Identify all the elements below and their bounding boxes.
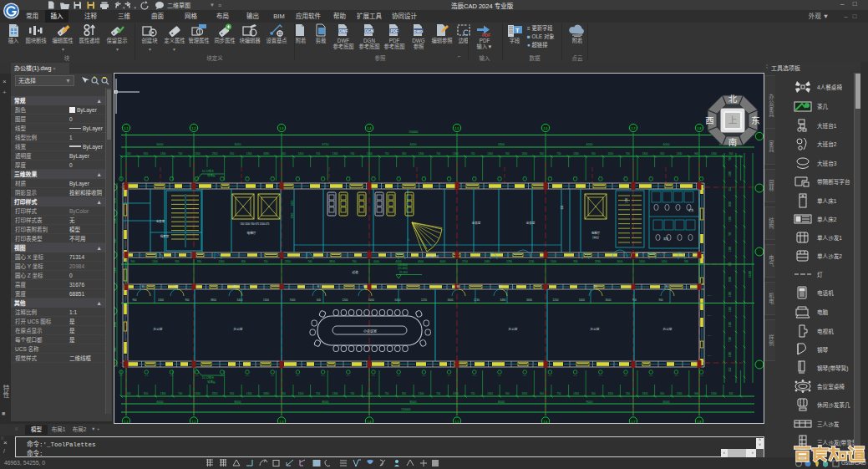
svg-text:C-1: C-1: [708, 334, 712, 337]
svg-text:C-1: C-1: [195, 375, 200, 377]
svg-text:8000: 8000: [410, 400, 417, 404]
svg-text:350: 350: [230, 152, 234, 155]
svg-text:700: 700: [178, 392, 182, 395]
svg-text:750: 750: [470, 152, 475, 155]
svg-text:北: 北: [728, 94, 738, 104]
svg-text:1200: 1200: [343, 298, 348, 302]
svg-text:55000: 55000: [409, 130, 419, 134]
svg-text:16300: 16300: [749, 270, 752, 278]
svg-text:4000: 4000: [373, 260, 379, 263]
svg-text:C-1: C-1: [498, 176, 502, 178]
svg-text:办公室: 办公室: [591, 327, 600, 331]
svg-text:1-2: 1-2: [192, 421, 196, 424]
svg-text:1300: 1300: [728, 351, 732, 357]
svg-text:8000: 8000: [235, 400, 241, 404]
svg-text:900: 900: [130, 260, 135, 263]
svg-text:6000: 6000: [157, 400, 164, 404]
svg-text:700: 700: [591, 392, 596, 395]
svg-text:750: 750: [384, 392, 388, 395]
svg-text:350: 350: [540, 392, 544, 395]
svg-text:C-1: C-1: [574, 375, 578, 377]
svg-text:1300: 1300: [728, 171, 732, 176]
svg-text:▼: ▼: [210, 3, 215, 8]
svg-text:C-1: C-1: [700, 375, 704, 377]
svg-text:M-1: M-1: [363, 285, 368, 288]
svg-text:1300: 1300: [332, 152, 338, 155]
svg-text:1300: 1300: [263, 298, 269, 302]
svg-text:1300: 1300: [677, 152, 683, 155]
svg-text:3800: 3800: [211, 298, 216, 302]
svg-text:700: 700: [436, 392, 440, 395]
svg-text:C-1: C-1: [347, 375, 351, 377]
svg-text:1-2: 1-2: [192, 127, 196, 130]
svg-text:700: 700: [178, 152, 182, 155]
svg-text:900: 900: [694, 152, 698, 155]
svg-text:C-1: C-1: [523, 176, 527, 178]
svg-text:办公室: 办公室: [509, 327, 518, 331]
svg-text:上: 上: [407, 237, 410, 242]
svg-text:C-1: C-1: [271, 176, 275, 178]
svg-text:1300: 1300: [332, 392, 338, 395]
svg-text:4000: 4000: [410, 143, 417, 146]
svg-text:C-1: C-1: [422, 375, 426, 377]
svg-text:850: 850: [241, 260, 246, 263]
svg-text:100: 100: [126, 392, 130, 395]
svg-text:300: 300: [728, 392, 733, 395]
svg-text:1500: 1500: [551, 260, 556, 263]
svg-text:1-8: 1-8: [698, 421, 702, 424]
svg-text:600: 600: [317, 298, 321, 302]
svg-text:2930: 2930: [595, 260, 601, 263]
svg-text:4300: 4300: [498, 143, 505, 146]
svg-text:900: 900: [114, 347, 117, 351]
svg-text:55000: 55000: [401, 407, 411, 411]
svg-text:950: 950: [197, 260, 201, 263]
svg-text:1300: 1300: [487, 392, 493, 395]
svg-text:1300: 1300: [160, 152, 166, 155]
svg-text:300: 300: [728, 152, 733, 155]
svg-text:1-6: 1-6: [544, 421, 548, 424]
svg-text:C-1: C-1: [649, 176, 653, 178]
svg-text:C-1: C-1: [599, 176, 603, 178]
svg-text:1300: 1300: [521, 152, 527, 155]
svg-text:350: 350: [728, 262, 732, 266]
svg-text:C-1: C-1: [145, 176, 149, 178]
svg-text:3480: 3480: [500, 298, 506, 302]
svg-text:C-1: C-1: [119, 176, 124, 178]
svg-text:900: 900: [658, 298, 662, 302]
svg-text:700: 700: [728, 232, 732, 236]
svg-text:M-1: M-1: [594, 285, 598, 288]
svg-text:350: 350: [728, 186, 732, 191]
svg-text:3050: 3050: [235, 143, 241, 146]
svg-text:M-1: M-1: [457, 285, 461, 288]
svg-text:350: 350: [660, 152, 664, 155]
svg-text:750: 750: [556, 152, 561, 155]
svg-text:6000: 6000: [157, 143, 164, 146]
svg-text:C-1: C-1: [548, 176, 552, 178]
svg-text:4000: 4000: [586, 143, 593, 146]
svg-text:C-1: C-1: [548, 375, 552, 377]
svg-text:350: 350: [540, 152, 544, 155]
svg-text:3000: 3000: [617, 260, 623, 263]
svg-text:750: 750: [470, 392, 475, 395]
svg-text:1300: 1300: [607, 152, 613, 155]
svg-text:找坡层: 找坡层: [207, 173, 216, 177]
svg-text:1300: 1300: [453, 392, 459, 395]
svg-text:700: 700: [591, 152, 596, 155]
svg-text:8000: 8000: [498, 400, 505, 404]
svg-text:C-1: C-1: [322, 375, 326, 377]
svg-text:700: 700: [436, 152, 440, 155]
svg-text:850: 850: [144, 392, 148, 395]
svg-text:4000: 4000: [663, 143, 670, 146]
svg-text:C-1: C-1: [448, 176, 452, 178]
svg-text:350: 350: [282, 392, 286, 395]
svg-text:找坡层: 找坡层: [207, 380, 216, 384]
svg-text:C-1: C-1: [246, 375, 250, 377]
svg-text:350: 350: [402, 152, 406, 155]
svg-text:1300: 1300: [728, 291, 732, 297]
svg-text:M-1: M-1: [666, 285, 670, 288]
svg-text:2350: 2350: [212, 152, 218, 155]
svg-text:6750: 6750: [322, 143, 329, 146]
svg-text:电梯厅: 电梯厅: [591, 231, 601, 235]
svg-text:男洗: 男洗: [663, 237, 668, 241]
svg-text:700: 700: [316, 392, 320, 395]
